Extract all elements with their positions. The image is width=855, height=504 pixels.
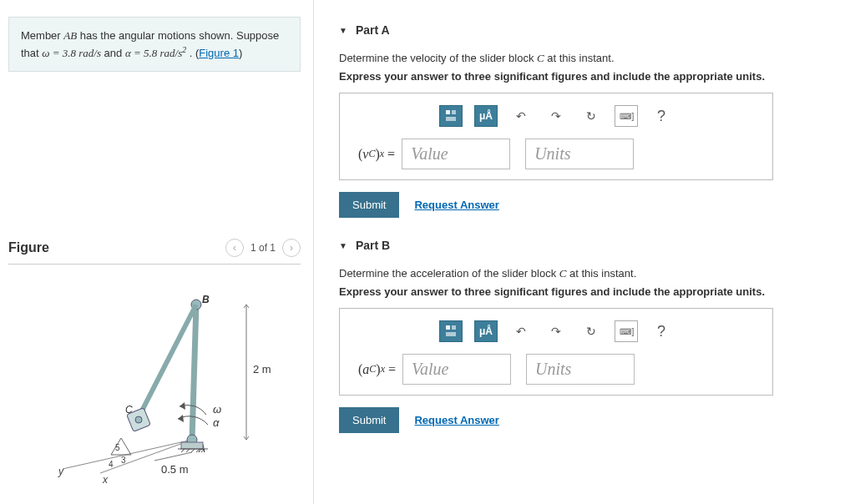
part-b-submit-button[interactable]: Submit: [339, 407, 399, 433]
svg-point-8: [135, 416, 142, 423]
part-b-request-answer-link[interactable]: Request Answer: [414, 414, 498, 426]
svg-line-12: [186, 449, 190, 452]
units-tool-button[interactable]: μÅ: [474, 105, 498, 127]
mechanism-diagram: y x 5 3 4 B A C: [29, 290, 280, 490]
part-b-answer-box: μÅ ↶ ↷ ↻ ⌨ ] ? (aC)x = Value Units: [339, 308, 773, 396]
redo-button[interactable]: ↷: [544, 105, 568, 127]
label-alpha: α: [213, 416, 220, 429]
svg-line-3: [192, 305, 196, 440]
undo-button[interactable]: ↶: [509, 320, 533, 342]
keyboard-button[interactable]: ⌨ ]: [615, 105, 638, 127]
svg-line-11: [181, 449, 185, 452]
text: ): [239, 47, 242, 59]
svg-rect-25: [452, 110, 456, 114]
part-b-value-input[interactable]: Value: [402, 354, 511, 385]
part-a-value-input[interactable]: Value: [402, 139, 510, 169]
collapse-icon[interactable]: ▼: [339, 26, 347, 35]
label-2m: 2 m: [253, 363, 271, 375]
fraction-tool-button[interactable]: [439, 105, 463, 127]
part-b-instructions: Express your answer to three significant…: [339, 285, 838, 298]
label-3: 3: [121, 456, 126, 465]
svg-line-6: [138, 305, 196, 419]
svg-rect-29: [446, 332, 456, 336]
svg-rect-26: [446, 117, 456, 121]
help-button[interactable]: ?: [650, 105, 673, 127]
svg-marker-22: [180, 402, 185, 410]
fraction-tool-button[interactable]: [439, 320, 463, 342]
label-y: y: [58, 466, 64, 477]
part-a-answer-box: μÅ ↶ ↷ ↻ ⌨ ] ? (vC)x = Value Units: [339, 93, 773, 180]
label-omega: ω: [213, 403, 221, 416]
figure-nav-text: 1 of 1: [250, 242, 276, 254]
part-a-lhs: (vC)x =: [352, 139, 402, 169]
reset-button[interactable]: ↻: [579, 320, 603, 342]
svg-rect-28: [452, 325, 456, 330]
alpha-eq: α = 5.8 rad/s: [125, 47, 182, 59]
label-5: 5: [115, 443, 120, 452]
svg-line-13: [191, 449, 195, 452]
figure-title: Figure: [8, 240, 49, 255]
undo-button[interactable]: ↶: [509, 105, 533, 127]
part-a-units-input[interactable]: Units: [525, 139, 634, 169]
part-a-request-answer-link[interactable]: Request Answer: [414, 199, 498, 211]
part-a-title: Part A: [356, 23, 390, 37]
text: Member: [21, 29, 63, 42]
omega-eq: ω = 3.8 rad/s: [42, 47, 101, 59]
label-x: x: [102, 474, 109, 486]
figure-link[interactable]: Figure 1: [199, 47, 239, 59]
text: . (: [186, 47, 199, 59]
text: and: [101, 47, 125, 59]
collapse-icon[interactable]: ▼: [339, 241, 347, 250]
figure-next-button[interactable]: ›: [282, 239, 301, 257]
var-c: C: [537, 52, 544, 64]
text: Determine the acceleration of the slider…: [339, 267, 559, 280]
svg-marker-23: [178, 415, 184, 422]
text: Determine the velocity of the slider blo…: [339, 52, 537, 64]
svg-marker-2: [111, 438, 131, 455]
label-C: C: [125, 404, 133, 416]
svg-rect-9: [181, 442, 203, 449]
svg-line-21: [154, 452, 192, 461]
units-tool-button[interactable]: μÅ: [474, 320, 498, 342]
part-a-submit-button[interactable]: Submit: [339, 192, 399, 218]
svg-rect-27: [446, 325, 450, 330]
label-05m: 0.5 m: [161, 463, 189, 476]
keyboard-button[interactable]: ⌨ ]: [615, 320, 638, 342]
redo-button[interactable]: ↷: [544, 320, 568, 342]
var-ab: AB: [63, 29, 77, 42]
part-b-title: Part B: [356, 239, 390, 252]
part-b-lhs: (aC)x =: [352, 354, 402, 385]
svg-rect-24: [446, 110, 450, 114]
figure-prev-button[interactable]: ‹: [225, 239, 244, 257]
label-4: 4: [109, 460, 114, 469]
label-B: B: [202, 294, 210, 305]
text: at this instant.: [566, 267, 636, 280]
part-a-instructions: Express your answer to three significant…: [339, 70, 838, 83]
part-b-units-input[interactable]: Units: [526, 354, 635, 385]
part-b: ▼ Part B Determine the acceleration of t…: [339, 239, 838, 433]
text: at this instant.: [544, 52, 615, 64]
reset-button[interactable]: ↻: [579, 105, 603, 127]
problem-statement: Member AB has the angular motions shown.…: [8, 17, 301, 72]
part-a: ▼ Part A Determine the velocity of the s…: [339, 23, 838, 218]
figure-image: y x 5 3 4 B A C: [8, 281, 301, 490]
help-button[interactable]: ?: [650, 320, 673, 342]
